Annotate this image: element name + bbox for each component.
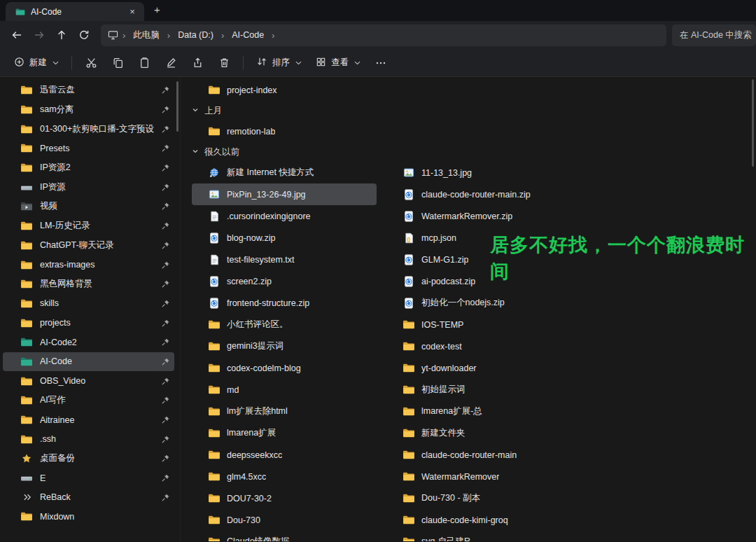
file-item[interactable]: 新建文件夹 (386, 422, 571, 444)
sidebar-item[interactable]: LM-历史记录 (3, 216, 174, 236)
file-item[interactable]: remotion-lab (192, 120, 377, 142)
sidebar-item[interactable]: extras-images (3, 255, 174, 275)
forward-icon[interactable] (28, 25, 50, 46)
file-item[interactable]: Dou-730 (192, 509, 377, 531)
file-item[interactable]: 小红书评论区。 (192, 314, 377, 335)
sidebar-item[interactable]: Mixdown (3, 507, 174, 527)
up-icon[interactable] (50, 25, 73, 46)
file-item[interactable]: lmarena扩展-总 (386, 401, 571, 422)
file-item[interactable]: 新建 Internet 快捷方式 (192, 162, 377, 183)
tab-close-icon[interactable]: × (126, 6, 139, 18)
file-item[interactable]: frontend-structure.zip (192, 292, 377, 314)
zip-icon (402, 211, 415, 222)
file-item[interactable]: md (192, 379, 377, 401)
sidebar-item[interactable]: AI-Code2 (3, 333, 174, 352)
file-item[interactable]: glm4.5xcc (192, 466, 377, 487)
sidebar-item[interactable]: 黑色网格背景 (3, 275, 174, 294)
file-item[interactable]: yt-downloader (386, 357, 571, 379)
file-item[interactable]: lm扩展去除html (192, 401, 377, 422)
copy-icon[interactable] (104, 53, 131, 74)
file-item[interactable]: project-index (192, 79, 377, 101)
file-name: svg-自己建R (421, 536, 470, 541)
pin-icon (161, 473, 170, 482)
group-header[interactable]: 很久以前 (192, 142, 375, 162)
folder-icon (208, 536, 220, 541)
file-item[interactable]: test-filesystem.txt (192, 249, 377, 270)
explorer-tab[interactable]: AI-Code × (6, 2, 144, 21)
sidebar-item[interactable]: 视频 (3, 197, 174, 216)
file-item[interactable]: svg-自己建R (386, 531, 571, 541)
refresh-icon[interactable] (73, 25, 95, 46)
sidebar-item[interactable]: E (3, 468, 174, 488)
file-name: codex-test (421, 342, 462, 352)
pin-icon (161, 357, 170, 366)
file-item[interactable]: 初始化一个nodejs.zip (386, 292, 571, 314)
file-item[interactable]: WatermarkRemover.zip (386, 205, 571, 227)
breadcrumb-item-ai-code[interactable]: AI-Code (227, 28, 269, 42)
file-name: Dou-730 - 副本 (421, 492, 480, 504)
file-item[interactable]: gemini3提示词 (192, 335, 377, 357)
sidebar-scrollbar[interactable] (176, 81, 178, 132)
file-item[interactable]: deepsseekxcc (192, 444, 377, 466)
file-item[interactable]: Claude镜像数据 (192, 531, 377, 541)
sidebar-item[interactable]: ChatGPT-聊天记录 (3, 236, 174, 256)
sidebar-item[interactable]: Aitrainee (3, 410, 174, 430)
chevron-down-icon (52, 61, 59, 65)
sidebar-item[interactable]: IP资源2 (3, 158, 174, 178)
folder-icon (15, 8, 25, 16)
sidebar-item[interactable]: AI写作 (3, 391, 174, 410)
sidebar-item[interactable]: IP资源 (3, 177, 174, 197)
sidebar-item[interactable]: ReBack (3, 487, 174, 507)
breadcrumb-item-this-pc[interactable]: 此电脑 (128, 27, 164, 43)
pin-icon (161, 454, 170, 463)
file-item[interactable]: codex-test (386, 335, 571, 357)
file-item[interactable]: .cursorindexingignore (192, 205, 377, 227)
file-item[interactable]: Dou-730 - 副本 (386, 487, 571, 509)
share-icon[interactable] (184, 53, 211, 74)
sidebar-item[interactable]: AI-Code (3, 352, 174, 372)
sidebar-item[interactable]: Presets (3, 139, 174, 158)
file-item[interactable]: claude-code-router-main.zip (386, 183, 571, 205)
file-item[interactable]: blog-now.zip (192, 227, 377, 249)
sort-button[interactable]: 排序 (249, 53, 309, 74)
pin-icon (161, 221, 170, 230)
folder-icon (20, 415, 33, 425)
file-item[interactable]: screen2.zip (192, 270, 377, 292)
sidebar-item[interactable]: sam分离 (3, 100, 174, 120)
delete-icon[interactable] (211, 53, 237, 74)
sidebar-item[interactable]: skills (3, 294, 174, 314)
new-button[interactable]: 新建 (7, 53, 66, 74)
file-item[interactable]: PixPin_13-26-49.jpg (192, 183, 377, 205)
sidebar-item[interactable]: .ssh (3, 429, 174, 449)
file-name: claude-code-kimi-groq (421, 515, 508, 525)
breadcrumb[interactable]: › 此电脑 › Data (D:) › AI-Code › (101, 25, 666, 46)
file-item[interactable]: codex-codelm-blog (192, 357, 377, 379)
breadcrumb-item-drive-d[interactable]: Data (D:) (173, 28, 218, 42)
file-item[interactable]: IOS-TEMP (386, 314, 571, 335)
sidebar-item[interactable]: OBS_Video (3, 371, 174, 391)
file-item[interactable]: 11-13_13.jpg (386, 162, 571, 183)
chevron-right-icon: › (219, 30, 226, 41)
more-icon[interactable] (368, 53, 394, 74)
pin-icon (161, 338, 170, 347)
file-item[interactable]: claude-code-kimi-groq (386, 509, 571, 531)
paste-icon[interactable] (131, 53, 158, 74)
cut-icon[interactable] (78, 53, 104, 74)
new-tab-button[interactable]: + (154, 4, 160, 15)
file-item[interactable]: DOU7-30-2 (192, 487, 377, 509)
sidebar-item[interactable]: 01-300+款剪映口播-文字预设 (3, 119, 174, 139)
main-scrollbar[interactable] (752, 79, 754, 167)
back-icon[interactable] (6, 25, 28, 46)
sidebar-item[interactable]: projects (3, 313, 174, 333)
group-header[interactable]: 上月 (192, 101, 375, 120)
view-button[interactable]: 查看 (309, 53, 368, 74)
sidebar-item[interactable]: 迅雷云盘 (3, 81, 174, 100)
pin-icon (161, 299, 170, 308)
search-input[interactable]: 在 AI-Code 中搜索 (672, 25, 756, 46)
rename-icon[interactable] (158, 53, 184, 74)
file-item[interactable]: 初始提示词 (386, 379, 571, 401)
file-item[interactable]: lmarena扩展 (192, 422, 377, 444)
sidebar-item[interactable]: 桌面备份 (3, 449, 174, 468)
file-item[interactable]: WatermarkRemover (386, 466, 571, 487)
file-item[interactable]: claude-code-router-main (386, 444, 571, 466)
